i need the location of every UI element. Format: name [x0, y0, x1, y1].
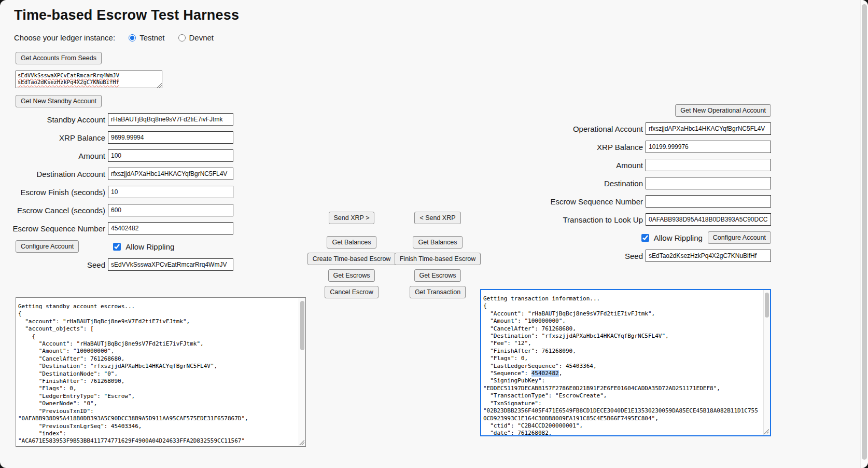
standby-allow-rippling-option[interactable]: Allow Rippling — [113, 242, 174, 251]
finish-time-based-escrow-button[interactable]: Finish Time-based Escrow — [395, 253, 481, 265]
ledger-option-devnet[interactable]: Devnet — [178, 33, 214, 42]
selected-sequence-text: 45402482 — [531, 370, 559, 377]
standby-amount-label: Amount — [78, 152, 105, 160]
standby-account-input[interactable] — [108, 113, 233, 126]
resize-handle-icon[interactable] — [157, 82, 162, 88]
standby-amount-input[interactable] — [108, 149, 233, 162]
testnet-radio-label: Testnet — [139, 33, 164, 42]
page-title: Time-based Escrow Test Harness — [14, 7, 239, 23]
operational-allow-rippling-label: Allow Rippling — [654, 233, 703, 242]
create-time-based-escrow-button[interactable]: Create Time-based Escrow — [307, 253, 396, 265]
operational-amount-label: Amount — [616, 161, 643, 170]
operational-amount-input[interactable] — [646, 159, 771, 171]
escrow-finish-seconds-label: Escrow Finish (seconds) — [21, 188, 105, 197]
cancel-escrow-button[interactable]: Cancel Escrow — [325, 286, 378, 298]
transaction-results-scrollbar[interactable] — [763, 290, 770, 435]
standby-xrp-balance-label: XRP Balance — [59, 133, 105, 142]
standby-results-content: Getting standby account escrows... { "ac… — [16, 298, 299, 446]
operational-allow-rippling-checkbox[interactable] — [641, 234, 649, 242]
escrow-cancel-seconds-input[interactable] — [108, 204, 233, 216]
get-transaction-button[interactable]: Get Transaction — [410, 286, 466, 298]
testnet-radio[interactable] — [129, 34, 136, 42]
transaction-results-content: Getting transaction information... { "Ac… — [481, 290, 764, 435]
standby-seed-input[interactable] — [108, 258, 233, 271]
seeds-textarea[interactable]: sEdVVkSsswaXPCvEatRmcarRrq4WmJV sEdTao2d… — [16, 71, 162, 88]
results-after-selection: , "SigningPubKey": "EDDEC51197DECABB157F… — [483, 370, 758, 435]
transaction-to-look-up-input[interactable] — [646, 213, 771, 226]
scrollbar-thumb[interactable] — [765, 293, 769, 318]
devnet-radio[interactable] — [178, 34, 186, 42]
operational-escrow-sequence-number-input[interactable] — [646, 195, 771, 208]
action-buttons-panel: Send XRP > < Send XRP Get Balances Get B… — [309, 212, 481, 302]
standby-results-scrollbar[interactable] — [299, 298, 305, 446]
get-new-operational-account-button[interactable]: Get New Operational Account — [675, 104, 771, 117]
page-scrollbar-thumb[interactable] — [862, 4, 867, 460]
operational-configure-account-button[interactable]: Configure Account — [708, 231, 771, 244]
ledger-instance-label: Choose your ledger instance: — [14, 33, 115, 42]
escrow-cancel-seconds-label: Escrow Cancel (seconds) — [17, 206, 105, 215]
resize-handle-icon[interactable] — [764, 429, 769, 434]
operational-xrp-balance-input[interactable] — [646, 141, 771, 153]
standby-configure-account-button[interactable]: Configure Account — [16, 240, 79, 253]
get-new-standby-account-button[interactable]: Get New Standby Account — [16, 95, 102, 107]
standby-get-balances-button[interactable]: Get Balances — [327, 236, 376, 249]
ledger-option-testnet[interactable]: Testnet — [129, 33, 164, 42]
standby-get-escrows-button[interactable]: Get Escrows — [328, 269, 375, 282]
standby-allow-rippling-label: Allow Rippling — [125, 242, 174, 251]
ledger-instance-row: Choose your ledger instance: Testnet Dev… — [14, 33, 214, 42]
operational-get-balances-button[interactable]: Get Balances — [413, 236, 462, 249]
standby-seed-label: Seed — [87, 260, 105, 269]
standby-destination-account-input[interactable] — [108, 168, 233, 180]
standby-allow-rippling-checkbox[interactable] — [113, 243, 121, 251]
standby-xrp-balance-input[interactable] — [108, 131, 233, 144]
standby-escrow-sequence-number-input[interactable] — [108, 222, 233, 235]
operational-destination-label: Destination — [604, 179, 643, 188]
escrow-test-harness-page: Time-based Escrow Test Harness Choose yo… — [0, 0, 868, 468]
operational-get-escrows-button[interactable]: Get Escrows — [414, 269, 461, 282]
standby-destination-account-label: Destination Account — [36, 170, 105, 178]
send-xrp-right-button[interactable]: Send XRP > — [329, 212, 375, 224]
transaction-to-look-up-label: Transaction to Look Up — [563, 215, 643, 224]
standby-account-panel: Get New Standby Account Standby Account … — [16, 95, 233, 277]
operational-seed-input[interactable] — [646, 250, 771, 262]
operational-escrow-sequence-number-label: Escrow Sequence Number — [551, 197, 643, 206]
get-accounts-from-seeds-button[interactable]: Get Accounts From Seeds — [16, 52, 102, 64]
operational-destination-input[interactable] — [646, 177, 771, 189]
devnet-radio-label: Devnet — [189, 33, 214, 42]
standby-account-label: Standby Account — [47, 115, 105, 124]
scrollbar-thumb[interactable] — [300, 301, 304, 350]
operational-account-label: Operational Account — [573, 125, 643, 133]
standby-escrow-sequence-number-label: Escrow Sequence Number — [13, 224, 105, 233]
send-xrp-left-button[interactable]: < Send XRP — [414, 212, 460, 224]
operational-account-input[interactable] — [646, 122, 771, 135]
operational-xrp-balance-label: XRP Balance — [597, 143, 643, 152]
resize-handle-icon[interactable] — [299, 440, 304, 445]
escrow-finish-seconds-input[interactable] — [108, 186, 233, 198]
transaction-results-textarea[interactable]: Getting transaction information... { "Ac… — [480, 289, 771, 436]
standby-results-textarea[interactable]: Getting standby account escrows... { "ac… — [16, 297, 306, 447]
operational-seed-label: Seed — [625, 252, 643, 260]
operational-account-panel: Get New Operational Account Operational … — [539, 104, 771, 268]
page-scrollbar[interactable] — [860, 0, 868, 468]
results-before-selection: Getting transaction information... { "Ac… — [483, 295, 669, 377]
